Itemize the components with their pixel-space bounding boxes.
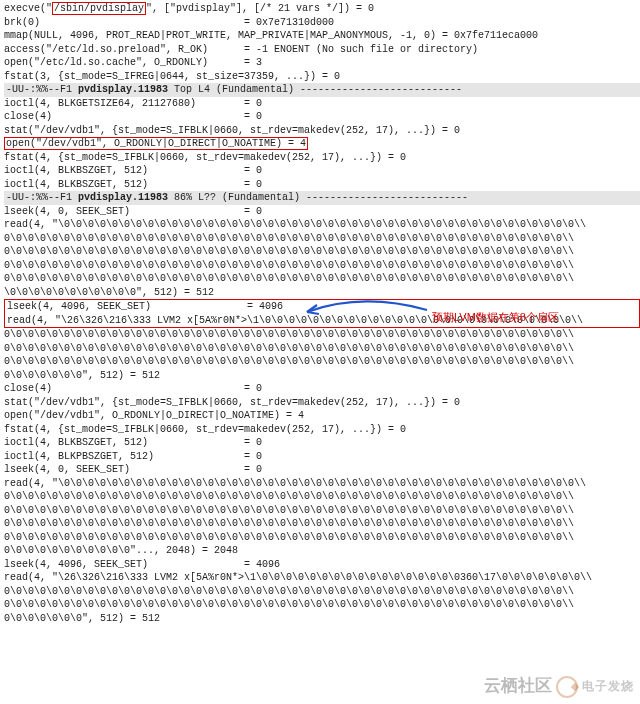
watermark-logo-icon bbox=[556, 676, 578, 698]
trace-line: 0\0\0\0\0\0\0", 512) = 512 bbox=[4, 612, 640, 626]
trace-line: 0\0\0\0\0\0\0\0\0\0\0\0\0\0\0\0\0\0\0\0\… bbox=[4, 232, 640, 246]
trace-line: ioctl(4, BLKPBSZGET, 512) = 0 bbox=[4, 450, 640, 464]
trace-line: 0\0\0\0\0\0\0", 512) = 512 bbox=[4, 369, 640, 383]
trace-line: lseek(4, 0, SEEK_SET) = 0 bbox=[4, 205, 640, 219]
trace-line: lseek(4, 4096, SEEK_SET) = 4096 bbox=[4, 558, 640, 572]
modeline-file: pvdisplay.11983 bbox=[78, 191, 168, 205]
trace-line: fstat(3, {st_mode=S_IFREG|0644, st_size=… bbox=[4, 70, 640, 84]
watermark-text: 云栖社区 bbox=[484, 675, 552, 698]
trace-line: 0\0\0\0\0\0\0\0\0\0\0\0\0\0\0\0\0\0\0\0\… bbox=[4, 504, 640, 518]
emacs-modeline: -UU-:%%--F1 pvdisplay.11983 86% L?? (Fun… bbox=[4, 191, 640, 205]
trace-line: close(4) = 0 bbox=[4, 110, 640, 124]
annotation-arrow-icon bbox=[302, 294, 432, 322]
trace-line: 0\0\0\0\0\0\0\0\0\0\0\0\0\0\0\0\0\0\0\0\… bbox=[4, 585, 640, 599]
trace-line: mmap(NULL, 4096, PROT_READ|PROT_WRITE, M… bbox=[4, 29, 640, 43]
trace-line: 0\0\0\0\0\0\0\0\0\0\0\0\0\0\0\0\0\0\0\0\… bbox=[4, 598, 640, 612]
trace-line: ioctl(4, BLKBSZGET, 512) = 0 bbox=[4, 436, 640, 450]
trace-line: 0\0\0\0\0\0\0\0\0\0\0\0\0\0\0\0\0\0\0\0\… bbox=[4, 272, 640, 286]
trace-line: 0\0\0\0\0\0\0\0\0\0\0\0\0\0\0\0\0\0\0\0\… bbox=[4, 328, 640, 342]
trace-line: stat("/dev/vdb1", {st_mode=S_IFBLK|0660,… bbox=[4, 124, 640, 138]
trace-line: ioctl(4, BLKGETSIZE64, 21127680) = 0 bbox=[4, 97, 640, 111]
trace-line: 0\0\0\0\0\0\0\0\0\0\0\0\0\0\0\0\0\0\0\0\… bbox=[4, 355, 640, 369]
trace-line: 0\0\0\0\0\0\0\0\0\0\0\0\0\0\0\0\0\0\0\0\… bbox=[4, 245, 640, 259]
trace-line: ioctl(4, BLKBSZGET, 512) = 0 bbox=[4, 178, 640, 192]
trace-line: brk(0) = 0x7e71310d000 bbox=[4, 16, 640, 30]
trace-line: fstat(4, {st_mode=S_IFBLK|0660, st_rdev=… bbox=[4, 423, 640, 437]
trace-line: 0\0\0\0\0\0\0\0\0\0\0\0\0\0\0\0\0\0\0\0\… bbox=[4, 342, 640, 356]
highlighted-path: /sbin/pvdisplay bbox=[52, 2, 146, 15]
trace-line: read(4, "\0\0\0\0\0\0\0\0\0\0\0\0\0\0\0\… bbox=[4, 477, 640, 491]
trace-line: open("/etc/ld.so.cache", O_RDONLY) = 3 bbox=[4, 56, 640, 70]
trace-line: fstat(4, {st_mode=S_IFBLK|0660, st_rdev=… bbox=[4, 151, 640, 165]
watermark: 云栖社区 电子发烧 bbox=[484, 675, 634, 698]
trace-line: stat("/dev/vdb1", {st_mode=S_IFBLK|0660,… bbox=[4, 396, 640, 410]
trace-line: ioctl(4, BLKBSZGET, 512) = 0 bbox=[4, 164, 640, 178]
annotation-text: 预期LVM数据在第8个扇区 bbox=[432, 310, 559, 325]
trace-line: 0\0\0\0\0\0\0\0\0\0\0\0\0\0\0\0\0\0\0\0\… bbox=[4, 517, 640, 531]
emacs-modeline: -UU-:%%--F1 pvdisplay.11983 Top L4 (Fund… bbox=[4, 83, 640, 97]
modeline-state: -UU-:%%--F1 bbox=[6, 191, 72, 205]
trace-line: execve("/sbin/pvdisplay", ["pvdisplay"],… bbox=[4, 2, 640, 16]
trace-line: 0\0\0\0\0\0\0\0\0\0\0\0\0\0\0\0\0\0\0\0\… bbox=[4, 259, 640, 273]
modeline-state: -UU-:%%--F1 bbox=[6, 83, 72, 97]
trace-line: close(4) = 0 bbox=[4, 382, 640, 396]
trace-line: 0\0\0\0\0\0\0\0\0\0\0\0\0\0\0\0\0\0\0\0\… bbox=[4, 531, 640, 545]
trace-line: read(4, "\0\0\0\0\0\0\0\0\0\0\0\0\0\0\0\… bbox=[4, 218, 640, 232]
modeline-mode: (Fundamental) bbox=[222, 191, 300, 205]
trace-line: 0\0\0\0\0\0\0\0\0\0\0"..., 2048) = 2048 bbox=[4, 544, 640, 558]
trace-line: read(4, "\26\326\216\333 LVM2 x[5A%r0N*>… bbox=[4, 571, 640, 585]
trace-line: open("/dev/vdb1", O_RDONLY|O_DIRECT|O_NO… bbox=[4, 409, 640, 423]
highlighted-open-call: open("/dev/vdb1", O_RDONLY|O_DIRECT|O_NO… bbox=[4, 137, 640, 151]
trace-line: 0\0\0\0\0\0\0\0\0\0\0\0\0\0\0\0\0\0\0\0\… bbox=[4, 490, 640, 504]
trace-line: access("/etc/ld.so.preload", R_OK) = -1 … bbox=[4, 43, 640, 57]
trace-line: lseek(4, 0, SEEK_SET) = 0 bbox=[4, 463, 640, 477]
modeline-position: 86% L?? bbox=[174, 191, 216, 205]
modeline-position: Top L4 bbox=[174, 83, 210, 97]
modeline-mode: (Fundamental) bbox=[216, 83, 294, 97]
modeline-file: pvdisplay.11983 bbox=[78, 83, 168, 97]
watermark-brand: 电子发烧 bbox=[582, 678, 634, 694]
